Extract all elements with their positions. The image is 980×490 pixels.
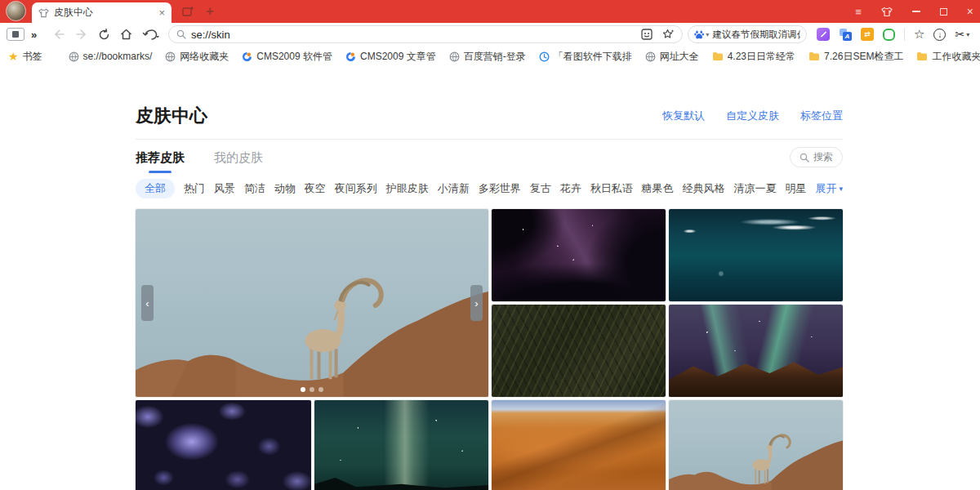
- globe-icon: [449, 51, 460, 62]
- category-night-sky[interactable]: 夜空: [305, 181, 326, 196]
- maximize-icon[interactable]: [940, 8, 947, 16]
- add-favorite-icon[interactable]: [662, 29, 675, 40]
- cms-icon: [345, 51, 356, 62]
- hot-search-text[interactable]: 建议春节假期取消调休: [712, 29, 800, 41]
- downloads-icon[interactable]: ↓: [933, 29, 946, 41]
- toolbar-expand-icon[interactable]: »: [31, 29, 42, 41]
- tab-my-skins[interactable]: 我的皮肤: [214, 150, 263, 166]
- bookmark-item[interactable]: 百度营销-登录: [449, 50, 526, 64]
- baidu-hot-search[interactable]: ▾ 建议春节假期取消调休: [688, 25, 807, 43]
- carousel-next-button[interactable]: ›: [470, 285, 483, 321]
- file-transfer-extension-icon[interactable]: ⇄: [861, 28, 874, 41]
- skin-search[interactable]: 搜索: [790, 147, 843, 167]
- category-classic[interactable]: 经典风格: [683, 181, 725, 196]
- expand-categories[interactable]: 展开 ▾: [815, 181, 843, 196]
- bookmark-item[interactable]: 网络收藏夹: [165, 50, 229, 64]
- category-cool-summer[interactable]: 清凉一夏: [734, 181, 777, 196]
- tab-recommended-skins[interactable]: 推荐皮肤: [136, 150, 185, 166]
- restore-default-link[interactable]: 恢复默认: [662, 109, 705, 123]
- browser-titlebar: 皮肤中心 × + ≡ ×: [0, 0, 980, 23]
- skin-tile-pine-branches[interactable]: [492, 305, 666, 397]
- bookmark-item[interactable]: CMS2009 软件管: [242, 50, 332, 64]
- carousel-dot[interactable]: [318, 387, 323, 392]
- forward-icon[interactable]: [75, 29, 88, 40]
- baidu-paw-icon: [694, 29, 704, 40]
- hot-search-caret-icon[interactable]: ▾: [706, 31, 709, 38]
- back-icon[interactable]: [52, 29, 65, 40]
- close-icon[interactable]: ×: [967, 5, 973, 18]
- toolbar-divider: [904, 28, 905, 41]
- minimize-icon[interactable]: [912, 11, 920, 12]
- skin-tile-aurora-mountain[interactable]: [669, 305, 843, 397]
- boss-key-icon[interactable]: [7, 28, 24, 41]
- refresh-icon[interactable]: [98, 29, 110, 41]
- skin-tile-green-milkyway[interactable]: [314, 400, 488, 490]
- translate-extension-icon[interactable]: A: [839, 28, 852, 41]
- skin-grid: ‹ ›: [136, 209, 843, 490]
- category-all[interactable]: 全部: [136, 179, 175, 198]
- globe-icon: [165, 51, 176, 62]
- undo-icon[interactable]: [142, 29, 160, 40]
- favorites-icon[interactable]: ☆: [914, 28, 924, 41]
- category-scenery[interactable]: 风景: [214, 181, 235, 196]
- category-candy[interactable]: 糖果色: [642, 181, 674, 196]
- tab-title: 皮肤中心: [54, 6, 158, 20]
- category-stars[interactable]: 明星: [786, 181, 807, 196]
- reopen-tab-icon[interactable]: [178, 0, 198, 23]
- category-fresh[interactable]: 小清新: [438, 181, 470, 196]
- tab-position-link[interactable]: 标签位置: [800, 109, 843, 123]
- carousel-prev-button[interactable]: ‹: [141, 285, 154, 321]
- home-icon[interactable]: [120, 29, 132, 40]
- custom-skin-link[interactable]: 自定义皮肤: [726, 109, 779, 123]
- star-icon: ★: [8, 51, 19, 61]
- folder-icon: [808, 51, 820, 61]
- category-night-series[interactable]: 夜间系列: [335, 181, 377, 196]
- browser-tab-skin-center[interactable]: 皮肤中心 ×: [32, 2, 172, 23]
- bookmark-item[interactable]: 网址大全: [645, 50, 699, 64]
- bookmark-item[interactable]: ★ 书签: [8, 50, 42, 64]
- bookmark-folder[interactable]: 4.23日日常经常: [712, 50, 795, 64]
- screenshot-icon[interactable]: ✂▾: [955, 28, 969, 41]
- skin-carousel-ibex[interactable]: ‹ ›: [136, 209, 488, 397]
- notes-extension-icon[interactable]: [817, 28, 830, 41]
- skin-tile-purple-night-forest[interactable]: [492, 209, 666, 301]
- bookmark-folder[interactable]: 工作收藏夹: [916, 50, 980, 64]
- bookmark-folder[interactable]: 7.26日SEM检查工: [808, 50, 903, 64]
- carousel-dot[interactable]: [301, 387, 305, 392]
- category-simple[interactable]: 简洁: [244, 181, 265, 196]
- skin-tile-jellyfish[interactable]: [136, 400, 311, 490]
- quark-extension-icon[interactable]: [883, 29, 895, 41]
- tab-close-icon[interactable]: ×: [158, 7, 165, 19]
- category-animal[interactable]: 动物: [274, 181, 296, 196]
- category-retro[interactable]: 复古: [530, 181, 551, 196]
- category-flowers[interactable]: 花卉: [560, 181, 581, 196]
- bookmark-item[interactable]: 「看图软件下载排: [539, 50, 632, 64]
- menu-icon[interactable]: ≡: [855, 6, 862, 18]
- category-hot[interactable]: 热门: [184, 181, 205, 196]
- shirt-icon: [38, 8, 49, 18]
- new-tab-button[interactable]: +: [201, 0, 219, 23]
- skin-shirt-icon[interactable]: [881, 7, 893, 17]
- skin-tile-underwater[interactable]: [669, 209, 843, 301]
- bookmarks-bar: ★ 书签 se://bookmarks/ 网络收藏夹 CMS2009 软件管 C…: [0, 46, 980, 67]
- bookmark-item[interactable]: CMS2009 文章管: [345, 50, 436, 64]
- folder-icon: [712, 51, 724, 61]
- category-eye-care[interactable]: 护眼皮肤: [386, 181, 429, 196]
- globe-icon: [645, 51, 656, 62]
- title-divider: [136, 139, 843, 140]
- skin-tile-ibex-small[interactable]: [669, 400, 843, 490]
- address-bar[interactable]: se://skin: [168, 25, 683, 43]
- clock-icon: [539, 51, 550, 62]
- category-colorful[interactable]: 多彩世界: [479, 181, 521, 196]
- bookmark-item[interactable]: se://bookmarks/: [69, 51, 153, 62]
- user-avatar[interactable]: [6, 1, 26, 21]
- cms-icon: [242, 51, 252, 62]
- carousel-dot[interactable]: [310, 387, 314, 392]
- chevron-down-icon: ▾: [839, 185, 843, 193]
- reader-mode-icon[interactable]: [641, 29, 653, 40]
- category-autumn[interactable]: 秋日私语: [590, 181, 633, 196]
- skin-tile-sand-dune[interactable]: [492, 400, 666, 490]
- browser-toolbar: » se://skin: [0, 23, 980, 46]
- url-text[interactable]: se://skin: [191, 29, 641, 41]
- carousel-dots[interactable]: [301, 387, 323, 392]
